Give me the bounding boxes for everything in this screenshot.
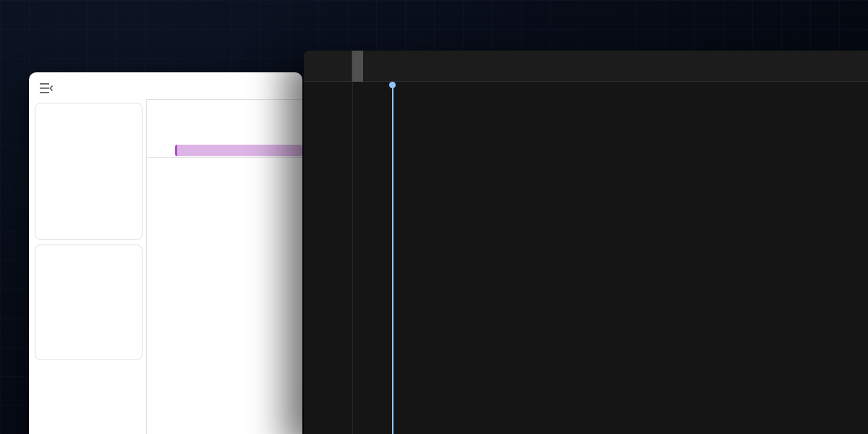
resources-card (35, 244, 142, 360)
day-view (146, 99, 302, 434)
menu-open-icon (40, 83, 53, 93)
mini-calendar (35, 103, 142, 240)
all-day-row (147, 143, 302, 158)
current-time-line (392, 82, 393, 434)
resource-column-divider (352, 82, 353, 434)
current-time-dot (389, 82, 396, 88)
resources-title (35, 251, 142, 258)
timeline-panel (304, 51, 868, 434)
day-view-header (174, 100, 259, 106)
month-strip (352, 51, 363, 82)
timeline-header (304, 51, 868, 82)
calendar-panel (29, 72, 302, 434)
all-day-event[interactable] (175, 145, 302, 156)
resource-title-header (304, 51, 352, 82)
menu-open-button[interactable] (39, 81, 54, 95)
